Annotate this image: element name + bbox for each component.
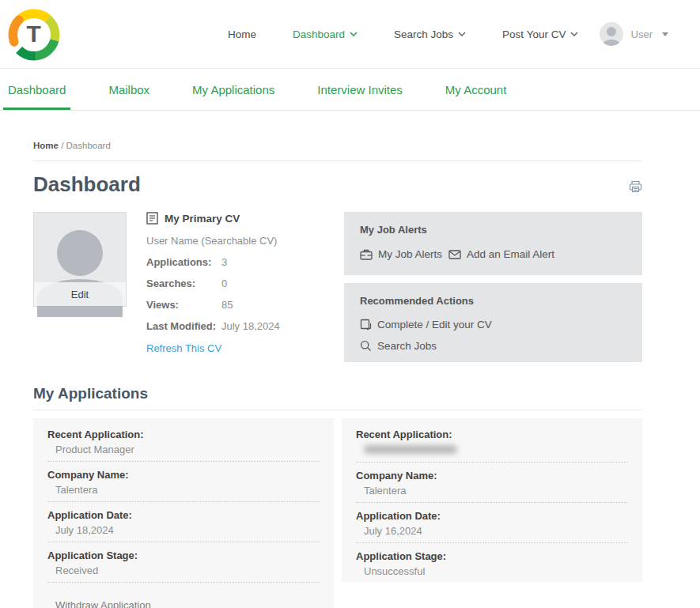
my-job-alerts-link[interactable]: My Job Alerts <box>360 248 442 260</box>
chevron-down-icon <box>350 32 358 36</box>
complete-edit-cv-link[interactable]: Complete / Edit your CV <box>360 319 626 330</box>
print-icon[interactable] <box>629 180 642 193</box>
envelope-icon <box>448 250 461 259</box>
recommended-actions-title: Recommended Actions <box>360 295 626 307</box>
link-label: My Job Alerts <box>378 248 442 260</box>
nav-item-search-jobs[interactable]: Search Jobs <box>394 28 466 40</box>
search-icon <box>360 340 372 352</box>
row-label: Application Stage: <box>356 550 628 562</box>
application-row: Application Stage: Received <box>47 542 320 583</box>
refresh-cv-link[interactable]: Refresh This CV <box>146 342 336 354</box>
recommended-actions-box: Recommended Actions Complete / Edit your… <box>344 283 642 362</box>
user-menu[interactable]: User <box>600 22 668 46</box>
top-nav: Home Dashboard Search Jobs Post Your CV <box>228 28 578 40</box>
row-value-redacted <box>364 444 628 456</box>
nav-item-label: Dashboard <box>293 28 345 40</box>
nav-item-label: Post Your CV <box>502 28 566 40</box>
tab-my-applications[interactable]: My Applications <box>187 83 279 110</box>
stat-value: 85 <box>221 299 233 311</box>
tab-dashboard[interactable]: Dashboard <box>3 83 70 110</box>
stat-label: Searches: <box>146 278 221 289</box>
tab-interview-invites[interactable]: Interview Invites <box>312 83 407 110</box>
edit-photo-button[interactable]: Edit <box>34 282 126 306</box>
tab-my-account[interactable]: My Account <box>441 83 512 110</box>
row-value: July 16,2024 <box>364 525 628 537</box>
user-name-label: User <box>631 28 653 40</box>
application-card: Recent Application: Product Manager Comp… <box>33 418 334 608</box>
row-label: Recent Application: <box>47 429 320 440</box>
avatar-placeholder-icon <box>57 230 103 276</box>
nav-item-label: Search Jobs <box>394 28 453 40</box>
link-label: Add an Email Alert <box>467 248 554 260</box>
breadcrumb-home-link[interactable]: Home <box>33 141 59 150</box>
job-alerts-title: My Job Alerts <box>360 224 626 236</box>
profile-photo-card: Edit <box>33 212 127 307</box>
row-label: Application Date: <box>47 509 320 521</box>
application-row: Application Date: July 16,2024 <box>356 503 628 543</box>
breadcrumb-current: Dashboard <box>66 141 111 150</box>
nav-item-post-your-cv[interactable]: Post Your CV <box>502 28 578 40</box>
dashboard-tabs: Dashboard Mailbox My Applications Interv… <box>0 69 700 111</box>
divider <box>33 410 642 410</box>
chevron-down-icon <box>570 32 578 36</box>
withdraw-application-link[interactable]: Withdraw Application <box>55 599 320 608</box>
blurred-text <box>364 445 457 454</box>
stat-label: Last Modified: <box>146 320 221 332</box>
nav-item-dashboard[interactable]: Dashboard <box>293 28 358 40</box>
logo-letter: T <box>26 21 40 47</box>
application-row: Application Date: July 18,2024 <box>47 502 320 542</box>
job-alerts-box: My Job Alerts My Job Alerts <box>344 212 642 275</box>
caret-down-icon <box>662 32 668 36</box>
briefcase-icon <box>360 249 373 260</box>
row-value: Talentera <box>364 485 628 497</box>
chevron-down-icon <box>458 32 466 36</box>
row-value: Product Manager <box>55 444 320 455</box>
page-title: Dashboard <box>33 172 141 197</box>
row-value: July 18,2024 <box>55 524 320 536</box>
row-value: Received <box>55 565 320 576</box>
link-label: Complete / Edit your CV <box>377 319 492 330</box>
cv-stat-row: Views: 85 <box>146 299 336 311</box>
top-header: T Home Dashboard Search Jobs Post Your C… <box>0 0 700 69</box>
row-value: Talentera <box>55 484 320 496</box>
edit-document-icon <box>360 319 372 330</box>
application-row: Application Stage: Unsuccessful <box>356 543 628 583</box>
nav-item-home[interactable]: Home <box>228 28 256 40</box>
stat-value: July 18,2024 <box>221 320 280 332</box>
search-jobs-link[interactable]: Search Jobs <box>360 340 626 352</box>
breadcrumb: Home / Dashboard <box>33 141 642 150</box>
cv-stat-row: Applications: 3 <box>146 256 336 268</box>
row-label: Recent Application: <box>356 429 628 440</box>
stat-value: 3 <box>221 256 227 268</box>
user-avatar <box>600 22 623 46</box>
application-row: Company Name: Talentera <box>356 463 628 503</box>
application-row: Company Name: Talentera <box>47 462 320 502</box>
stat-label: Views: <box>146 299 221 311</box>
stat-label: Applications: <box>146 256 221 268</box>
main-content: Home / Dashboard Dashboard Edit <box>33 141 642 608</box>
cv-document-icon <box>146 212 158 225</box>
row-value: Unsuccessful <box>364 565 628 577</box>
row-label: Company Name: <box>356 470 628 481</box>
stat-value: 0 <box>221 278 227 289</box>
cv-summary-panel: Edit My Primary CV User Name (Searchable… <box>33 212 336 362</box>
cv-subtitle: User Name (Searchable CV) <box>146 235 336 247</box>
cv-stat-row: Last Modified: July 18,2024 <box>146 320 336 332</box>
cv-stat-row: Searches: 0 <box>146 278 336 289</box>
application-row: Recent Application: Product Manager <box>47 421 320 462</box>
brand-logo[interactable]: T <box>6 7 62 62</box>
row-label: Application Date: <box>356 510 628 522</box>
row-label: Company Name: <box>47 469 320 481</box>
divider <box>33 160 642 161</box>
my-applications-title: My Applications <box>33 385 642 402</box>
application-row: Recent Application: <box>356 421 628 463</box>
row-label: Application Stage: <box>47 549 320 561</box>
application-card: Recent Application: Company Name: Talent… <box>342 418 642 582</box>
link-label: Search Jobs <box>377 340 437 352</box>
tab-mailbox[interactable]: Mailbox <box>104 83 154 110</box>
primary-cv-title: My Primary CV <box>165 213 240 225</box>
nav-item-label: Home <box>228 28 256 40</box>
add-email-alert-link[interactable]: Add an Email Alert <box>448 248 554 260</box>
